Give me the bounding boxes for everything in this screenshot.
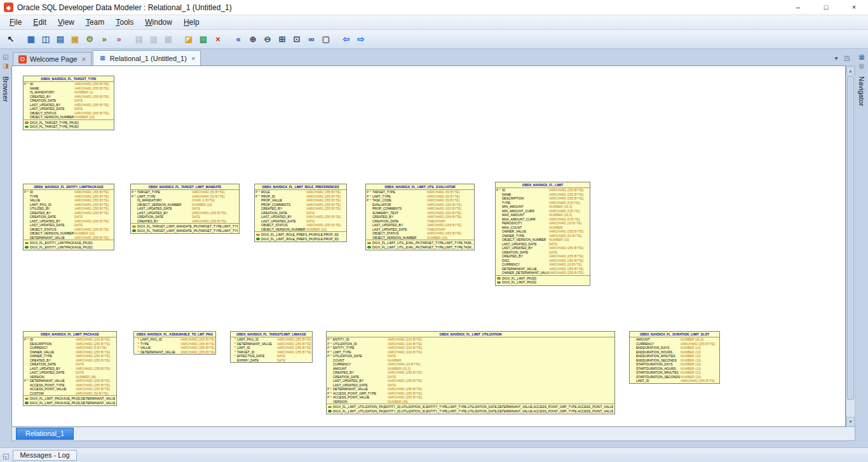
engineer-logical-icon: ⚙ [86, 35, 93, 43]
column-name: OWNER_VALUE [30, 350, 76, 354]
vertical-scrollbar[interactable]: ▲ ▼ [846, 65, 855, 427]
column-type: VARCHAR2 (255 BYTE) [388, 387, 614, 391]
navigate-forward-icon[interactable]: ⇨ [354, 32, 368, 46]
entity-title[interactable]: OBDX_NAVDIGX_FL_ASSIGNABLE_TO_LMT_PKG [134, 332, 215, 337]
subview-icon[interactable]: ◫ [39, 32, 53, 46]
open-folder-icon[interactable]: ◪ [182, 32, 196, 46]
column-name: VERSION [333, 400, 388, 404]
entity-table-obdx-navdigx-fl-entity-limitpackage[interactable]: OBDX_NAVDIGX_FL_ENTITY_LIMITPACKAGEP*IDV… [23, 184, 114, 250]
select-pointer-icon[interactable]: ↖ [4, 32, 18, 46]
display-list-icon[interactable]: ▤ [53, 32, 67, 46]
entity-table-obdx-navdigx-fl-limit-role-preferences[interactable]: OBDX_NAVDIGX_FL_LIMIT_ROLE_PREFERENCESP*… [254, 184, 347, 242]
menu-view[interactable]: View [52, 17, 80, 28]
maximize-button[interactable]: □ [812, 0, 840, 15]
entity-title[interactable]: OBDX_NAVDIGX_FL_LIMIT_UTIL_EVALUATOR [366, 184, 474, 190]
collapse-diagram-icon[interactable]: « [231, 32, 245, 46]
grid-icon[interactable]: ▦ [857, 53, 866, 62]
scroll-down-icon[interactable]: ▼ [846, 417, 855, 426]
zoom-selection-icon[interactable]: ⊡ [290, 32, 304, 46]
entity-title[interactable]: OBDX_NAVDIGX_FL_LIMIT [496, 182, 590, 188]
column-name: LAST_UPDATED_DATE [261, 219, 306, 223]
menu-help[interactable]: Help [178, 17, 205, 28]
navigator-panel-tab[interactable]: Navigator [858, 74, 865, 108]
entity-table-obdx-navdigx-fl-duration-limit-slot[interactable]: OBDX_NAVDIGX_FL_DURATION_LIMIT_SLOTAMOUN… [629, 331, 720, 384]
entity-title[interactable]: OBDX_NAVDIGX_FL_ENTITY_LIMITPACKAGE [24, 184, 114, 190]
print-icon[interactable]: ▤ [132, 32, 146, 46]
tab-relational-1-untitled-1[interactable]: ▦Relational_1 (Untitled_1)× [93, 50, 201, 65]
column-row: CREATED_BYVARCHAR2 (255 BYTE) [24, 211, 114, 215]
column-row: LAST_UPDATED_BYVARCHAR2 (255 BYTE) [131, 211, 239, 215]
window-controls: –□× [784, 0, 868, 15]
column-type: DATE [306, 219, 346, 223]
pk-key-icon [25, 121, 29, 124]
close-tab-icon[interactable]: × [80, 55, 85, 63]
entity-table-obdx-navdigx-fl-limit[interactable]: OBDX_NAVDIGX_FL_LIMITP*IDVARCHAR2 (255 B… [495, 182, 590, 286]
menu-window[interactable]: Window [139, 17, 178, 28]
entity-title[interactable]: OBDX_NAVDIGX_FL_LIMIT_ROLE_PREFERENCES [255, 184, 346, 190]
table-icon[interactable]: ▦ [24, 32, 38, 46]
export-image-icon[interactable]: ▧ [196, 32, 210, 46]
print-preview-icon[interactable]: ▦ [161, 32, 175, 46]
zoom-in-icon[interactable]: ⊕ [246, 32, 260, 46]
engineer-logical-icon[interactable]: ⚙ [83, 32, 97, 46]
column-row: ACCESS_POINT_VALUEVARCHAR2 (255 BYTE) [24, 387, 116, 391]
page-setup-icon[interactable]: ▥ [147, 32, 161, 46]
entity-table-obdx-navdigx-fl-limit-utilization[interactable]: OBDX_NAVDIGX_FL_LIMIT_UTILIZATIONP*ENTIT… [326, 331, 615, 414]
reverse-engineer-icon[interactable]: » [112, 32, 126, 46]
column-type: DATE [388, 383, 614, 387]
menu-tools[interactable]: Tools [110, 17, 139, 28]
find-icon[interactable]: ∞ [304, 32, 318, 46]
browser-panel-tab[interactable]: Browser [2, 74, 10, 104]
delete-icon[interactable]: × [211, 32, 225, 46]
messages-log-tab[interactable]: Messages - Log [13, 450, 76, 461]
column-name: TYPE [502, 201, 549, 205]
entity-table-obdx-navdigx-fl-limit-package[interactable]: OBDX_NAVDIGX_FL_LIMIT_PACKAGEP*IDVARCHAR… [23, 331, 117, 406]
entity-title[interactable]: OBDX_NAVDIGX_FL_TARGETLIMIT_LINKAGE [231, 332, 312, 337]
menu-team[interactable]: Team [80, 17, 110, 28]
entity-title[interactable]: OBDX_NAVDIGX_FL_LIMIT_PACKAGE [24, 332, 116, 337]
minimize-icon: – [796, 4, 800, 11]
menu-file[interactable]: File [4, 17, 27, 28]
column-type: VARCHAR2 (255 BYTE) [74, 198, 113, 202]
fit-screen-icon[interactable]: ⊞ [275, 32, 289, 46]
scroll-up-icon[interactable]: ▲ [846, 66, 855, 76]
navigate-back-icon[interactable]: ⇦ [339, 32, 353, 46]
column-name: LIMIT_PKG_ID [30, 203, 74, 207]
column-type: NUMBER (10) [681, 367, 719, 370]
column-type: NUMBER (10) [681, 362, 719, 366]
column-name: OBJECT_STATUS [372, 231, 427, 235]
close-tab-icon[interactable]: × [190, 55, 195, 62]
entity-table-obdx-navdigx-fl-targetlimit-linkage[interactable]: OBDX_NAVDIGX_FL_TARGETLIMIT_LINKAGE*LIMI… [230, 331, 313, 363]
scrollbar-thumb[interactable] [847, 76, 854, 400]
compass-icon[interactable]: ◎ [857, 62, 866, 71]
key-row: DIGX_FL_LIMIT_UTIL_EVAL_PK(TARGET_TYPE,L… [366, 245, 474, 250]
properties-icon[interactable]: ▢ [319, 32, 333, 46]
tab-welcome-page[interactable]: OWelcome Page× [13, 52, 92, 65]
panel-restore-icon[interactable]: ◱ [1, 53, 10, 62]
entity-title[interactable]: OBDX_NAVDIGX_FL_TARGET_TYPE [24, 76, 114, 82]
entity-title[interactable]: OBDX_NAVDIGX_FL_DURATION_LIMIT_SLOT [630, 332, 719, 337]
toolbar-separator [176, 32, 181, 46]
column-name: LAST_UPDATED_DATE [502, 242, 549, 246]
link-icon[interactable]: ◨ [1, 62, 10, 71]
entity-table-obdx-navdigx-fl-target-limit-mandate[interactable]: OBDX_NAVDIGX_FL_TARGET_LIMIT_MANDATEP*TA… [130, 184, 240, 234]
minimize-button[interactable]: – [784, 0, 812, 15]
column-name: ACCESS_POINT_VALUE [333, 395, 388, 399]
edit-diagram-icon[interactable]: ▣ [68, 32, 82, 46]
menu-edit[interactable]: Edit [27, 17, 52, 28]
entity-title[interactable]: OBDX_NAVDIGX_FL_LIMIT_UTILIZATION [327, 332, 614, 337]
column-row: P*ACCESS_POINT_GRP_TYPEVARCHAR2 (255 BYT… [327, 391, 614, 396]
chevron-down-icon[interactable]: ▾ [832, 54, 841, 63]
restore-group-icon[interactable]: ◳ [843, 54, 851, 63]
zoom-out-icon[interactable]: ⊖ [261, 32, 275, 46]
column-name: VALUE [30, 198, 74, 202]
entity-table-obdx-navdigx-fl-assignable-to-lmt-pkg[interactable]: OBDX_NAVDIGX_FL_ASSIGNABLE_TO_LMT_PKG*LI… [133, 331, 216, 355]
entity-title[interactable]: OBDX_NAVDIGX_FL_TARGET_LIMIT_MANDATE [131, 184, 239, 190]
diagram-canvas[interactable]: OBDX_NAVDIGX_FL_TARGET_TYPEP*IDVARCHAR2 … [11, 65, 846, 427]
entity-table-obdx-navdigx-fl-limit-util-evaluator[interactable]: OBDX_NAVDIGX_FL_LIMIT_UTIL_EVALUATORP*TA… [365, 184, 475, 250]
diagram-tab-relational-1[interactable]: Relational_1 [16, 428, 74, 440]
entity-table-obdx-navdigx-fl-target-type[interactable]: OBDX_NAVDIGX_FL_TARGET_TYPEP*IDVARCHAR2 … [23, 76, 114, 130]
close-button[interactable]: × [840, 0, 868, 15]
column-name: CREATED_BY [30, 95, 74, 99]
forward-engineer-icon[interactable]: » [97, 32, 111, 46]
